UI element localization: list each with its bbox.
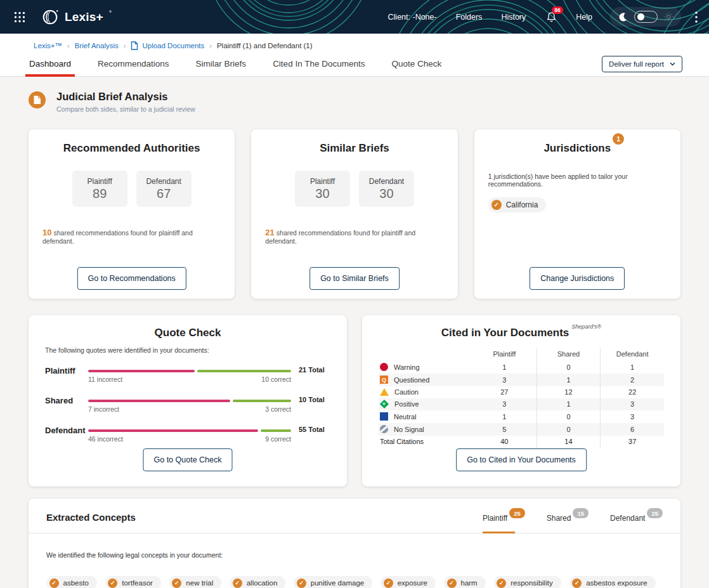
- citations-total-value: 14: [537, 436, 601, 448]
- deliver-full-report-button[interactable]: Deliver full report: [602, 56, 682, 72]
- theme-toggle-group: [610, 7, 681, 27]
- quote-row-label: Plaintiff: [45, 366, 88, 376]
- quote-row-total: 21 Total: [299, 366, 330, 374]
- concept-chip-new-trial[interactable]: ✓new trial: [169, 576, 221, 588]
- concept-chip-asbesto[interactable]: ✓asbesto: [46, 576, 97, 588]
- theme-toggle[interactable]: [634, 11, 658, 23]
- shared-text: shared recommendations found for plainti…: [265, 229, 415, 245]
- tab-similar-briefs[interactable]: Similar Briefs: [196, 51, 247, 76]
- concept-chip-asbestos-exposure[interactable]: ✓asbestos exposure: [569, 576, 656, 588]
- breadcrumb-label: Plaintiff (1) and Defendant (1): [217, 42, 313, 49]
- change-jurisdictions-button[interactable]: Change Jurisdictions: [530, 267, 625, 290]
- concept-chip-allocation[interactable]: ✓allocation: [230, 576, 285, 588]
- breadcrumb: Lexis+™›Brief Analysis›Upload Documents›…: [0, 34, 709, 51]
- check-icon: ✓: [297, 578, 306, 588]
- tab-quote-check[interactable]: Quote Check: [391, 51, 441, 76]
- moon-icon: [618, 12, 628, 22]
- concept-chip-tortfeasor[interactable]: ✓tortfeasor: [105, 576, 161, 588]
- quote-bar-area: 11 incorrect10 correct: [88, 366, 291, 383]
- tile-value: 67: [136, 186, 192, 201]
- similar-briefs-card: Similar Briefs Plaintiff30Defendant30 21…: [251, 129, 457, 299]
- citation-type-label: Positive: [394, 400, 419, 408]
- citations-row-label: No Signal: [379, 423, 472, 436]
- help-link[interactable]: Help: [576, 13, 592, 22]
- quote-bar-sublabels: 46 incorrect9 correct: [88, 435, 291, 443]
- citations-row-positive: +Positive313: [379, 398, 664, 410]
- card-title: Similar Briefs: [265, 142, 443, 155]
- go-to-cited-in-documents-button[interactable]: Go to Cited in Your Documents: [456, 448, 587, 471]
- tile-value: 30: [295, 186, 350, 201]
- go-to-quote-check-button[interactable]: Go to Quote Check: [143, 448, 232, 471]
- citations-header-plaintiff: Plaintiff: [472, 348, 537, 361]
- citations-value: 5: [472, 423, 537, 436]
- citation-type-label: Caution: [394, 388, 419, 396]
- tab-dashboard[interactable]: Dashboard: [29, 51, 71, 76]
- notifications-button[interactable]: 86: [546, 11, 557, 23]
- concepts-tab-shared[interactable]: Shared15: [547, 502, 589, 533]
- jurisdictions-card: Jurisdictions 1 1 jurisdiction(s) have b…: [474, 129, 680, 299]
- quote-bar-sublabels: 7 incorrect3 correct: [88, 405, 291, 413]
- folders-link[interactable]: Folders: [456, 13, 483, 22]
- tab-recommendations[interactable]: Recommendations: [98, 51, 169, 76]
- concept-chip-harm[interactable]: ✓harm: [444, 576, 486, 588]
- go-to-recommendations-button[interactable]: Go to Recommendations: [77, 267, 186, 290]
- extracted-concepts-title: Extracted Concepts: [46, 499, 136, 533]
- jurisdiction-chips: ✓California: [488, 197, 667, 212]
- app-grid-icon[interactable]: [14, 11, 25, 23]
- incorrect-count-label: 11 incorrect: [88, 376, 122, 383]
- correct-bar-segment: [197, 370, 291, 372]
- breadcrumb-item-brief-analysis[interactable]: Brief Analysis: [75, 42, 119, 49]
- recommended-authorities-card: Recommended Authorities Plaintiff89Defen…: [29, 129, 235, 299]
- document-icon: [131, 41, 138, 50]
- count-tile-plaintiff: Plaintiff89: [72, 171, 127, 207]
- lexis-plus-logo[interactable]: Lexis+ °: [42, 8, 112, 25]
- toggle-knob: [637, 13, 644, 20]
- concepts-tab-defendant[interactable]: Defendant25: [610, 502, 663, 533]
- history-link[interactable]: History: [501, 13, 526, 22]
- judicial-brief-icon: [29, 91, 46, 108]
- quote-bar-area: 46 incorrect9 correct: [88, 426, 291, 443]
- quote-row-defendant: Defendant46 incorrect9 correct55 Total: [45, 426, 330, 443]
- citations-value: 0: [537, 361, 601, 374]
- concept-chip-punitive-damage[interactable]: ✓punitive damage: [294, 576, 372, 588]
- card-title: Recommended Authorities: [42, 142, 221, 155]
- concepts-tab-count-badge: 25: [647, 508, 663, 518]
- count-tile-plaintiff: Plaintiff30: [295, 171, 350, 207]
- concept-chip-exposure[interactable]: ✓exposure: [381, 576, 436, 588]
- citations-header-empty: [379, 348, 472, 361]
- count-tile-defendant: Defendant30: [359, 171, 414, 207]
- concept-chip-responsibility[interactable]: ✓responsibility: [494, 576, 561, 588]
- tile-value: 89: [72, 186, 127, 201]
- quote-check-card: Quote Check The following quotes were id…: [29, 315, 347, 487]
- citations-row-label: Warning: [379, 361, 472, 374]
- correct-count-label: 10 correct: [261, 376, 291, 383]
- citations-value: 1: [472, 410, 537, 423]
- concepts-tab-plaintiff[interactable]: Plaintiff25: [483, 502, 525, 533]
- incorrect-count-label: 46 incorrect: [88, 435, 123, 443]
- concepts-tab-label: Shared: [547, 514, 571, 523]
- breadcrumb-item-upload-documents[interactable]: Upload Documents: [131, 41, 204, 50]
- check-icon: ✓: [497, 578, 506, 588]
- go-to-similar-briefs-button[interactable]: Go to Similar Briefs: [309, 267, 400, 290]
- logo-text: Lexis+: [65, 10, 103, 24]
- quote-check-intro: The following quotes were identified in …: [45, 346, 330, 354]
- tab-cited-in-the-documents[interactable]: Cited In The Documents: [273, 51, 365, 76]
- incorrect-bar-segment: [88, 370, 195, 372]
- quote-bar-area: 7 incorrect3 correct: [88, 396, 291, 413]
- citations-total-row: Total Citations401437: [379, 436, 664, 448]
- more-options-kebab-icon[interactable]: [695, 11, 698, 23]
- citations-value: 1: [537, 374, 601, 386]
- check-icon: ✓: [49, 578, 59, 588]
- extracted-concepts-intro: We identified the following legal concep…: [46, 551, 663, 559]
- tab-bar-tabs: DashboardRecommendationsSimilar BriefsCi…: [29, 51, 468, 76]
- jurisdiction-chip-california[interactable]: ✓California: [488, 197, 547, 212]
- breadcrumb-item-lexis[interactable]: Lexis+™: [34, 42, 62, 49]
- check-icon: ✓: [447, 578, 457, 588]
- warning-icon: [380, 363, 388, 371]
- citations-value: 3: [600, 398, 664, 410]
- concept-chip-label: asbesto: [63, 579, 89, 587]
- check-icon: ✓: [108, 578, 117, 588]
- client-selector[interactable]: Client: -None-: [388, 13, 437, 22]
- deliver-full-report-label: Deliver full report: [609, 60, 664, 68]
- citations-row-label: Caution: [379, 386, 472, 398]
